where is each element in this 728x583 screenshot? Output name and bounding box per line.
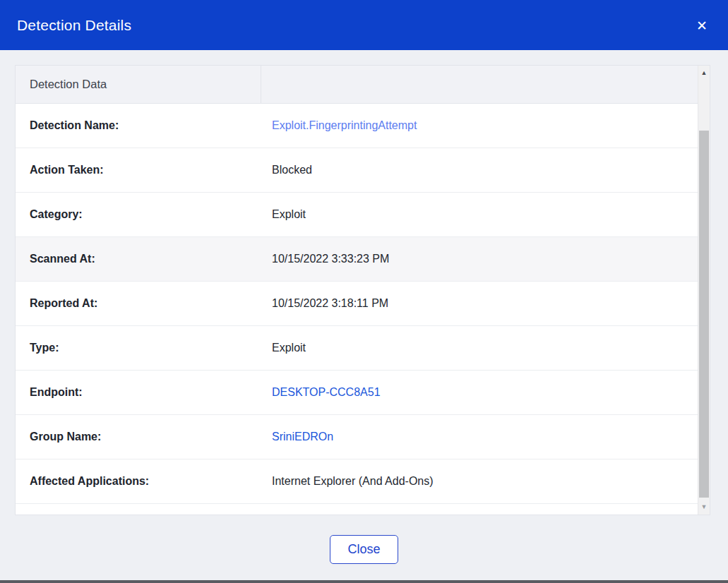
row-value: Exploit <box>261 208 306 221</box>
table-row: Endpoint: DESKTOP-CCC8A51 <box>16 371 710 415</box>
close-button[interactable]: Close <box>330 535 398 564</box>
endpoint-link[interactable]: DESKTOP-CCC8A51 <box>261 386 381 399</box>
row-label: Category: <box>16 208 261 221</box>
modal-header: Detection Details ✕ <box>0 0 728 50</box>
row-label: Endpoint: <box>16 386 261 399</box>
row-label: Scanned At: <box>16 253 261 265</box>
row-label: Reported At: <box>16 297 261 310</box>
scrollbar-thumb[interactable] <box>699 131 709 498</box>
table-row-highlighted: Scanned At: 10/15/2022 3:33:23 PM <box>16 237 710 282</box>
group-name-link[interactable]: SriniEDROn <box>261 431 333 443</box>
backdrop-strip <box>0 580 728 583</box>
table-row: Action Taken: Blocked <box>16 148 710 193</box>
column-divider <box>261 66 261 103</box>
detection-name-link[interactable]: Exploit.FingerprintingAttempt <box>261 119 417 132</box>
table-row: Reported At: 10/15/2022 3:18:11 PM <box>16 282 710 326</box>
scroll-up-icon[interactable]: ▲ <box>698 67 710 79</box>
close-x-button[interactable]: ✕ <box>690 14 714 36</box>
row-value: Internet Explorer (And Add-Ons) <box>261 475 434 488</box>
modal-title: Detection Details <box>17 17 131 34</box>
table-row: Group Name: SriniEDROn <box>16 415 710 459</box>
table-row: Category: Exploit <box>16 193 710 237</box>
row-value: 10/15/2022 3:18:11 PM <box>261 297 388 310</box>
row-value: Blocked <box>261 164 312 176</box>
table-header-label: Detection Data <box>16 78 107 91</box>
table-row: Detection Name: Exploit.FingerprintingAt… <box>16 104 710 148</box>
table-row: Affected Applications: Internet Explorer… <box>16 459 710 504</box>
table-row: Type: Exploit <box>16 326 710 371</box>
row-label: Affected Applications: <box>16 475 261 488</box>
row-value: Exploit <box>261 342 306 354</box>
vertical-scrollbar[interactable]: ▲ ▼ <box>698 66 710 515</box>
row-label: Detection Name: <box>16 119 261 132</box>
row-label: Action Taken: <box>16 164 261 176</box>
scroll-down-icon[interactable]: ▼ <box>698 501 710 513</box>
row-label: Type: <box>16 342 261 354</box>
close-icon: ✕ <box>696 18 708 32</box>
row-label: Group Name: <box>16 431 261 443</box>
table-header-row: Detection Data <box>16 66 710 104</box>
detection-data-table: Detection Data Detection Name: Exploit.F… <box>15 65 710 515</box>
row-value: 10/15/2022 3:33:23 PM <box>261 253 389 265</box>
